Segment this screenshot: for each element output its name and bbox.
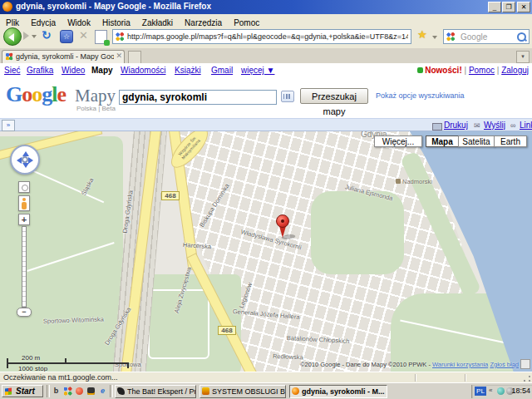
windows-logo-icon (5, 387, 12, 395)
winamp-icon[interactable] (86, 386, 96, 397)
list-all-tabs-button[interactable]: ▾ (516, 51, 530, 63)
search-options-link[interactable]: Pokaż opcje wyszukiwania (376, 91, 465, 100)
close-button[interactable]: ✕ (517, 2, 530, 12)
resize-grip[interactable] (523, 375, 531, 382)
gnav-wiecej[interactable]: więcej ▼ (241, 66, 274, 75)
opera-icon[interactable] (74, 386, 85, 397)
map-reset-view-button[interactable] (18, 181, 30, 193)
pomoc-link[interactable]: Pomoc (469, 66, 495, 75)
gnav-siec[interactable]: Sieć (4, 66, 20, 75)
maps-search-input[interactable] (119, 90, 277, 105)
map-type-earth-button[interactable]: Earth (494, 135, 527, 147)
the-bat-icon[interactable]: b (51, 386, 62, 397)
minimize-button[interactable]: _ (488, 2, 501, 12)
web-search-placeholder[interactable]: Google (461, 32, 487, 42)
gnav-ksiazki[interactable]: Książki (175, 66, 201, 75)
pan-center-icon[interactable] (22, 156, 28, 163)
pegman-icon (22, 198, 26, 201)
nowosci-link[interactable]: Nowości! (425, 66, 461, 75)
gnav-wiadomosci[interactable]: Wiadomości (121, 66, 165, 75)
firefox-app-icon (2, 2, 12, 12)
new-tab-button[interactable] (128, 51, 141, 64)
street-view-pegman[interactable] (18, 195, 30, 211)
screen: { "window": { "title": "gdynia, syrokoml… (0, 0, 532, 399)
attribution-text: ©2010 Google - Dane do Mapy ©2010 PPWK - (300, 361, 431, 368)
map-scale-bar: 200 m 1000 stóp (7, 354, 131, 372)
task-system-obslugi[interactable]: SYSTEM OBSLUGI BIURA... (200, 385, 286, 398)
web-search-box[interactable]: Google (443, 29, 530, 44)
home-button[interactable]: ☆ (60, 30, 73, 43)
pan-right-icon[interactable] (28, 157, 37, 164)
bookmark-star-button[interactable]: ★ (417, 28, 427, 41)
map-more-button[interactable]: Więcej... (374, 135, 422, 147)
google-services-nav: Sieć Grafika Wideo Mapy Wiadomości Książ… (0, 63, 532, 77)
scale-metric: 200 m (22, 354, 40, 362)
link-link[interactable]: Link (520, 121, 532, 130)
stop-button[interactable]: ✕ (79, 29, 88, 42)
status-divider (415, 374, 416, 382)
road-shield-468: 468 (218, 326, 236, 335)
print-link[interactable]: Drukuj (444, 121, 468, 130)
report-error-link[interactable]: Zgłoś błąd (490, 361, 519, 368)
magnifier-icon[interactable] (517, 32, 526, 42)
ie-icon[interactable]: e (97, 386, 108, 397)
zoom-out-button[interactable]: − (17, 308, 32, 317)
back-icon (8, 33, 14, 42)
gnav-mapy-active[interactable]: Mapy (91, 66, 113, 75)
gnav-grafika[interactable]: Grafika (27, 66, 53, 75)
pan-left-icon[interactable] (13, 157, 22, 164)
gnav-gmail[interactable]: Gmail (211, 66, 233, 75)
new-window-button[interactable] (95, 30, 107, 44)
road-shield-468: 468 (161, 191, 180, 200)
tab-active[interactable]: gdynia, syrokomli - Mapy Google ✕ (2, 50, 125, 63)
forward-dropdown-icon[interactable] (32, 35, 37, 41)
map-corner-button[interactable] (520, 359, 530, 369)
app-grid-icon[interactable] (62, 386, 73, 397)
tab-close-icon[interactable]: ✕ (116, 52, 122, 60)
map-type-map-button[interactable]: Mapa (426, 135, 459, 147)
task-the-bat[interactable]: The Bat! Ekspert / Pro (115, 385, 196, 398)
tray-icon-messenger[interactable] (497, 387, 505, 395)
tab-label[interactable]: gdynia, syrokomli - Mapy Google (16, 52, 114, 61)
status-divider (465, 374, 466, 382)
language-indicator[interactable]: PL (475, 387, 486, 396)
zaloguj-link[interactable]: Zaloguj (501, 66, 529, 75)
start-button[interactable]: Start (2, 385, 43, 397)
map-attribution: ©2010 Google - Dane do Mapy ©2010 PPWK -… (300, 361, 519, 368)
terms-link[interactable]: Warunki korzystania (432, 361, 488, 368)
marker-tail (279, 226, 286, 241)
result-marker-pin[interactable] (275, 214, 290, 239)
window-title: gdynia, syrokomli - Mapy Google - Mozill… (16, 2, 211, 11)
url-bar[interactable]: http://maps.google.pl/maps?f=q&hl=pl&geo… (112, 29, 411, 44)
map-canvas[interactable]: Wzgórze Św. Maksymiliana 468 468 Gdynia … (0, 131, 532, 372)
url-text[interactable]: http://maps.google.pl/maps?f=q&hl=pl&geo… (127, 32, 408, 41)
poi-text: Nadmorski (402, 178, 432, 185)
scale-line (7, 362, 129, 364)
site-favicon (115, 32, 125, 42)
pan-down-icon[interactable] (22, 163, 29, 171)
send-link[interactable]: Wyślij (484, 121, 505, 130)
task-firefox-active[interactable]: gdynia, syrokomli - M... (289, 385, 387, 398)
keyboard-icon-button[interactable] (281, 91, 294, 102)
tray-collapse-button[interactable]: « (489, 387, 492, 394)
forward-button[interactable] (23, 32, 29, 40)
map-pan-control[interactable] (10, 145, 40, 175)
separator: | (497, 66, 500, 75)
search-maps-button[interactable]: Przeszukaj mapy (300, 88, 368, 104)
zoom-slider-track[interactable] (22, 226, 27, 308)
window-title-bar[interactable]: gdynia, syrokomli - Mapy Google - Mozill… (0, 0, 532, 14)
bookmark-dropdown-icon[interactable] (432, 36, 437, 42)
gnav-wideo[interactable]: Wideo (62, 66, 85, 75)
sidebar-expand-button[interactable]: » (2, 120, 15, 131)
map-type-satellite-button[interactable]: Satelita (458, 135, 495, 147)
maximize-button[interactable]: ❐ (502, 2, 515, 12)
logo-letter: G (6, 82, 22, 107)
maps-header: Google Mapy Polska | Beta Przeszukaj map… (0, 77, 532, 118)
pan-up-icon[interactable] (22, 148, 29, 156)
reload-button[interactable]: ↻ (42, 28, 52, 42)
back-button[interactable] (3, 27, 22, 46)
zoom-in-button[interactable]: + (18, 214, 30, 225)
map-action-bar: » Drukuj ✉ Wyślij ∞ Link (0, 118, 532, 131)
system-task-icon (202, 387, 209, 395)
marker-dot (281, 219, 284, 223)
